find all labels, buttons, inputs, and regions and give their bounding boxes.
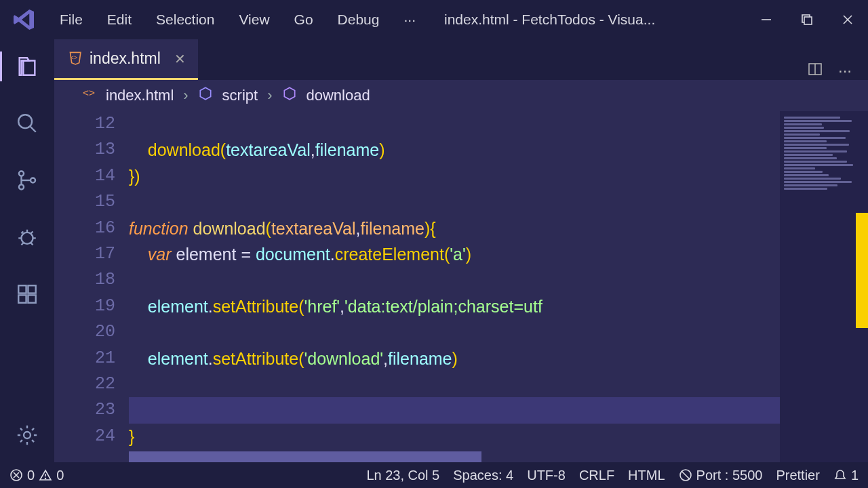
menu-selection[interactable]: Selection — [144, 12, 226, 28]
scrollbar-thumb[interactable] — [129, 451, 481, 462]
status-bar: 0 0 Ln 23, Col 5 Spaces: 4 UTF-8 CRLF HT… — [0, 462, 868, 488]
main-pane: <> index.html ✕ ··· <> index.html › scri… — [0, 39, 868, 462]
source-control-icon[interactable] — [12, 165, 42, 195]
svg-point-10 — [22, 232, 33, 244]
editor[interactable]: 12131415161718192021222324 download(text… — [54, 111, 868, 462]
menu-bar: FileEditSelectionViewGoDebug — [47, 12, 391, 28]
minimap[interactable] — [780, 111, 868, 462]
close-icon[interactable]: ✕ — [174, 51, 186, 67]
window-controls — [746, 0, 868, 39]
function-icon — [282, 86, 297, 105]
debug-icon[interactable] — [12, 222, 42, 252]
tabs-row: <> index.html ✕ ··· — [54, 39, 868, 80]
menu-go[interactable]: Go — [282, 12, 326, 28]
tab-index-html[interactable]: <> index.html ✕ — [54, 39, 198, 80]
extensions-icon[interactable] — [12, 279, 42, 309]
menu-edit[interactable]: Edit — [95, 12, 144, 28]
code-area[interactable]: download(textareaVal,filename)})function… — [129, 111, 780, 462]
breadcrumb-seg2[interactable]: download — [307, 87, 370, 104]
minimap-highlight — [856, 213, 868, 328]
more-actions-icon[interactable]: ··· — [838, 61, 852, 80]
minimize-button[interactable] — [746, 0, 787, 39]
status-problems[interactable]: 0 0 — [9, 468, 64, 483]
explorer-icon[interactable] — [12, 52, 42, 81]
svg-text:<>: <> — [83, 87, 95, 98]
svg-rect-2 — [804, 17, 812, 24]
status-cursor[interactable]: Ln 23, Col 5 — [366, 468, 439, 483]
editor-column: <> index.html ✕ ··· <> index.html › scri… — [54, 39, 868, 462]
maximize-button[interactable] — [787, 0, 827, 39]
horizontal-scrollbar[interactable] — [129, 451, 780, 462]
menu-overflow-icon[interactable]: ··· — [391, 12, 428, 28]
status-notifications[interactable]: 1 — [833, 468, 859, 483]
svg-point-24 — [45, 479, 46, 479]
settings-gear-icon[interactable] — [12, 420, 42, 450]
svg-point-7 — [19, 171, 24, 176]
status-indent[interactable]: Spaces: 4 — [453, 468, 513, 483]
breadcrumb-seg1[interactable]: script — [222, 87, 258, 104]
svg-rect-11 — [18, 285, 26, 293]
vscode-logo-icon — [0, 7, 47, 32]
tab-label: index.html — [90, 49, 161, 68]
status-language[interactable]: HTML — [628, 468, 665, 483]
close-button[interactable] — [827, 0, 868, 39]
breadcrumb-file[interactable]: index.html — [106, 87, 174, 104]
module-icon — [198, 86, 213, 105]
svg-line-6 — [30, 126, 36, 132]
svg-rect-13 — [28, 295, 35, 302]
status-formatter[interactable]: Prettier — [776, 468, 819, 483]
status-liveserver[interactable]: Port : 5500 — [679, 468, 763, 483]
svg-text:<>: <> — [71, 54, 77, 61]
html-file-icon: <> — [81, 86, 96, 105]
activity-bar — [0, 39, 54, 462]
svg-point-8 — [19, 184, 24, 189]
window-title: index.html - FetchTodos - Visua... — [428, 12, 746, 28]
line-gutter: 12131415161718192021222324 — [54, 111, 129, 462]
menu-view[interactable]: View — [226, 12, 281, 28]
menu-file[interactable]: File — [47, 12, 95, 28]
status-eol[interactable]: CRLF — [579, 468, 614, 483]
html-file-icon: <> — [66, 50, 81, 68]
status-encoding[interactable]: UTF-8 — [527, 468, 566, 483]
svg-rect-12 — [18, 295, 26, 302]
svg-point-9 — [31, 178, 35, 182]
breadcrumb[interactable]: <> index.html › script › download — [54, 80, 868, 111]
split-editor-icon[interactable] — [807, 61, 823, 80]
title-bar: FileEditSelectionViewGoDebug ··· index.h… — [0, 0, 868, 39]
search-icon[interactable] — [12, 108, 42, 138]
menu-debug[interactable]: Debug — [326, 12, 392, 28]
svg-point-15 — [24, 432, 31, 439]
svg-rect-14 — [28, 285, 35, 293]
svg-point-5 — [18, 115, 32, 128]
svg-line-26 — [682, 471, 690, 479]
